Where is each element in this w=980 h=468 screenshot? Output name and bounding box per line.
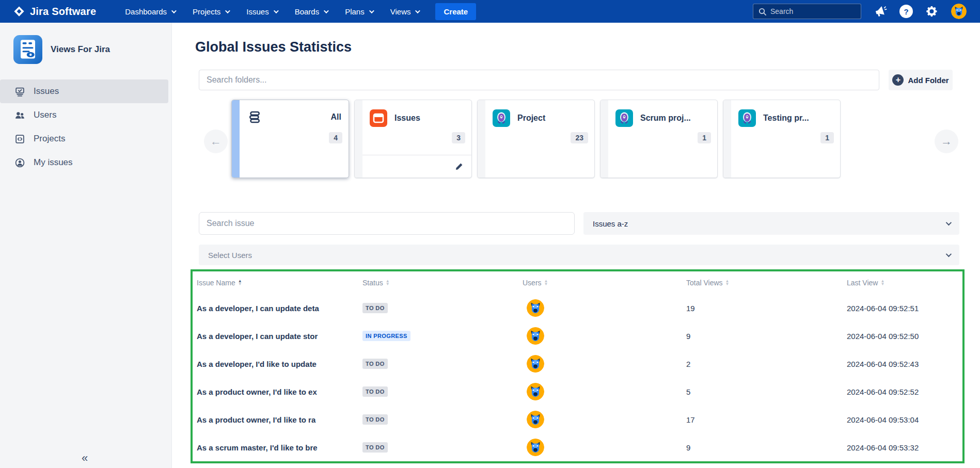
search-issue-input[interactable] <box>199 212 575 235</box>
folder-cards: All 4 Issues <box>231 100 841 178</box>
sidebar-item-users[interactable]: Users <box>0 103 171 127</box>
card-selected-strip <box>232 100 240 177</box>
sidebar-item-my-issues[interactable]: My issues <box>0 151 171 174</box>
alien-icon <box>493 109 510 127</box>
calendar-icon <box>370 109 387 127</box>
status-badge: TO DO <box>362 386 388 397</box>
user-avatar[interactable] <box>527 299 544 317</box>
status-badge: TO DO <box>362 303 388 313</box>
main-content: Global Issues Statistics + Add Folder ← <box>172 23 980 468</box>
folders-carousel: ← All <box>172 100 980 178</box>
search-icon <box>758 8 766 15</box>
table-row[interactable]: As a developer, I can update deta TO DO … <box>193 294 962 322</box>
total-views-value: 2 <box>686 360 847 368</box>
nav-menu-views[interactable]: Views <box>390 7 419 16</box>
user-avatar[interactable] <box>527 355 544 373</box>
navbar-right: Search ? <box>753 4 980 19</box>
table-row[interactable]: As a developer, I can update stor IN PRO… <box>193 322 962 350</box>
table-row[interactable]: As a scrum master, I'd like to bre TO DO… <box>193 433 962 461</box>
views-for-jira-logo <box>13 35 42 64</box>
last-view-timestamp: 2024-06-04 09:52:43 <box>847 360 962 368</box>
status-badge: TO DO <box>362 442 388 453</box>
column-header-users[interactable]: Users ▲▼ <box>523 279 686 287</box>
folder-count-badge: 23 <box>571 132 588 143</box>
chevron-down-icon <box>946 220 952 225</box>
folder-card-issues[interactable]: Issues 3 <box>354 100 472 178</box>
issue-filter-toolbar: Issues a-z <box>199 212 959 235</box>
column-header-total-views[interactable]: Total Views ▲▼ <box>686 279 847 287</box>
chevron-down-icon <box>369 8 374 13</box>
issue-name-link[interactable]: As a developer, I can update stor <box>197 332 352 341</box>
gear-icon[interactable] <box>925 5 939 18</box>
issue-name-link[interactable]: As a developer, I'd like to update <box>197 360 352 368</box>
jira-home-link[interactable]: Jira Software <box>0 6 96 18</box>
nav-menu-issues[interactable]: Issues <box>246 7 277 16</box>
issue-name-link[interactable]: As a developer, I can update deta <box>197 304 352 313</box>
folder-card-project[interactable]: Project 23 <box>477 100 595 178</box>
total-views-value: 9 <box>686 332 847 341</box>
issues-icon <box>14 86 25 97</box>
chevron-down-icon <box>274 8 279 13</box>
table-row[interactable]: As a developer, I'd like to update TO DO… <box>193 350 962 378</box>
folder-count-badge: 3 <box>452 132 465 143</box>
add-folder-button[interactable]: + Add Folder <box>889 70 953 90</box>
table-row[interactable]: As a product owner, I'd like to ex TO DO… <box>193 378 962 406</box>
sort-icon: ▲▼ <box>238 280 242 286</box>
folders-toolbar: + Add Folder <box>199 70 953 90</box>
card-footer <box>362 155 471 177</box>
sidebar-item-issues[interactable]: Issues <box>0 79 168 103</box>
nav-menu-plans[interactable]: Plans <box>345 7 373 16</box>
status-badge: TO DO <box>362 359 388 369</box>
user-avatar[interactable] <box>527 327 544 345</box>
alien-icon <box>738 109 756 127</box>
user-avatar[interactable] <box>527 383 544 400</box>
folder-card-testing-project[interactable]: Testing pr... 1 <box>723 100 841 178</box>
search-folders-input[interactable] <box>199 70 879 90</box>
help-icon[interactable]: ? <box>899 5 913 18</box>
edit-pencil-icon[interactable] <box>455 163 463 171</box>
page-shell: Views For Jira Issues <box>0 23 980 468</box>
megaphone-icon[interactable] <box>874 5 887 18</box>
column-header-issue-name[interactable]: Issue Name ▲▼ <box>197 279 362 287</box>
nav-menu-boards[interactable]: Boards <box>295 7 328 16</box>
last-view-timestamp: 2024-06-04 09:52:51 <box>847 304 962 313</box>
last-view-timestamp: 2024-06-04 09:52:52 <box>847 388 962 396</box>
table-row[interactable]: As a product owner, I'd like to ra TO DO… <box>193 406 962 433</box>
column-header-status[interactable]: Status ▲▼ <box>362 279 523 287</box>
table-header: Issue Name ▲▼ Status ▲▼ Users ▲▼ Total V… <box>193 271 962 294</box>
folder-card-all[interactable]: All 4 <box>231 100 349 178</box>
total-views-value: 19 <box>686 304 847 313</box>
main-nav: Dashboards Projects Issues Boards Plans … <box>125 7 419 16</box>
carousel-right-arrow[interactable]: → <box>935 130 958 153</box>
sort-select[interactable]: Issues a-z <box>583 212 959 235</box>
users-select[interactable]: Select Users <box>199 245 959 265</box>
carousel-left-arrow[interactable]: ← <box>204 130 228 153</box>
status-badge: TO DO <box>362 414 388 425</box>
folder-card-scrum-project[interactable]: Scrum proj... 1 <box>600 100 718 178</box>
projects-icon <box>14 134 25 144</box>
user-avatar[interactable] <box>527 439 544 456</box>
user-avatar[interactable] <box>951 4 967 19</box>
nav-menu-dashboards[interactable]: Dashboards <box>125 7 175 16</box>
folder-count-badge: 1 <box>820 132 834 143</box>
sort-icon: ▲▼ <box>725 280 730 286</box>
create-button[interactable]: Create <box>435 3 476 20</box>
column-header-last-view[interactable]: Last View ▲▼ <box>847 279 962 287</box>
total-views-value: 17 <box>686 415 847 424</box>
issue-name-link[interactable]: As a product owner, I'd like to ex <box>197 388 352 396</box>
issue-name-link[interactable]: As a product owner, I'd like to ra <box>197 415 352 424</box>
chevron-down-icon <box>225 8 230 13</box>
sidebar-collapse-button[interactable]: « <box>82 451 88 465</box>
user-avatar[interactable] <box>527 411 544 428</box>
nav-menu-projects[interactable]: Projects <box>193 7 229 16</box>
chevron-down-icon <box>415 8 420 13</box>
issue-name-link[interactable]: As a scrum master, I'd like to bre <box>197 443 352 452</box>
sidebar-item-projects[interactable]: Projects <box>0 127 171 151</box>
jira-logo-icon <box>13 6 25 17</box>
folder-count-badge: 1 <box>698 132 711 143</box>
chevron-down-icon <box>171 8 177 13</box>
total-views-value: 9 <box>686 443 847 452</box>
app-header: Views For Jira <box>0 23 171 64</box>
page-title: Global Issues Statistics <box>195 39 980 55</box>
global-search-input[interactable]: Search <box>753 4 861 19</box>
